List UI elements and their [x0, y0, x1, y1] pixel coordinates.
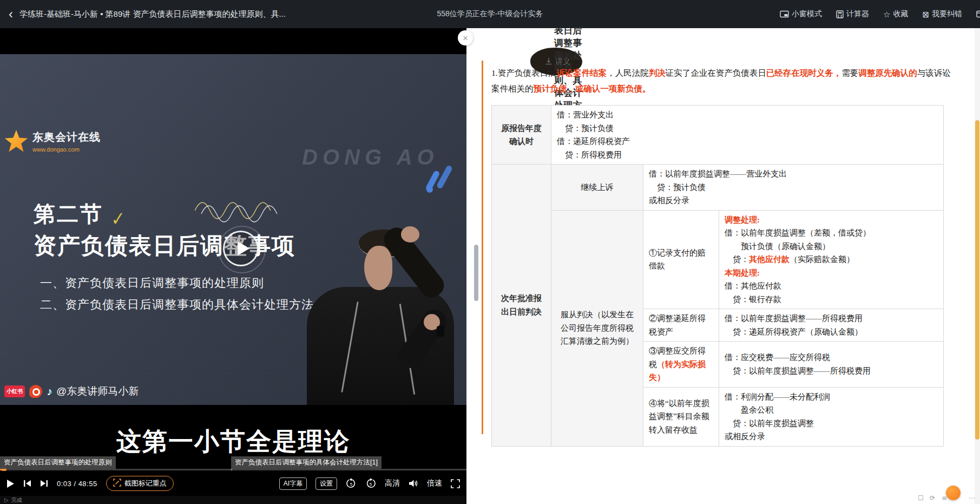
teacher-figure [295, 210, 466, 405]
checkmark-icon: ✓ [111, 207, 126, 230]
chapter-tag-1[interactable]: 资产负债表日后调整事项的处理原则 [0, 456, 116, 469]
handout-content: 1.资产负债表日后诉讼案件结案，人民法院判决证实了企业在资产负债表日已经存在现时… [466, 56, 980, 447]
table-row: 服从判决（以发生在公司报告年度所得税汇算清缴之前为例）①记录支付的赔偿款调整处理… [492, 210, 944, 309]
wave-decoration [195, 192, 292, 225]
fullscreen-icon[interactable] [451, 479, 460, 488]
brand-url: www.dongao.com [32, 146, 101, 153]
table-row: 次年批准报出日前判决继续上诉借：以前年度损益调整——营业外支出 贷：预计负债或相… [492, 165, 944, 211]
calculator-icon [836, 10, 844, 18]
chapter-marker [231, 469, 232, 470]
calculator-label: 计算器 [846, 9, 869, 19]
table-cell: ②调整递延所得税资产 [643, 309, 719, 342]
accent-line [482, 61, 483, 434]
svg-text:5: 5 [370, 482, 372, 487]
next-button[interactable] [40, 480, 48, 487]
footer-checkbox-icon[interactable]: ☐ [918, 494, 924, 502]
handout-panel: ✕ 第89讲 资产负债表日后调整事项的处理原则、具体会计处理方法（1） 讲义 1… [466, 28, 980, 504]
handout-paragraph: 1.资产负债表日后诉讼案件结案，人民法院判决证实了企业在资产负债表日已经存在现时… [491, 65, 951, 96]
slide-item-2: 二、资产负债表日后调整事项的具体会计处理方法 [40, 297, 314, 313]
table-cell: 继续上诉 [551, 165, 643, 211]
table-cell: ④将“以前年度损益调整”科目余额转入留存收益 [643, 387, 719, 446]
player-controls: 0:03 / 48:55 截图标记重点 AI字幕 设置 5 5 高清 倍速 [0, 471, 466, 496]
speed-button[interactable]: 倍速 [427, 479, 442, 488]
lesson-window-title: 学练班-基础班-马小新 • 第89讲 资产负债表日后调整事项的处理原则、具... [19, 9, 286, 19]
quality-button[interactable]: 高清 [385, 479, 400, 488]
rewind-5-icon[interactable]: 5 [346, 478, 357, 489]
svg-text:5: 5 [350, 482, 353, 487]
report-error-label: 我要纠错 [932, 9, 962, 19]
screenshot-mark-label: 截图标记重点 [124, 479, 167, 488]
volume-icon[interactable] [409, 479, 418, 488]
ai-subtitle-button[interactable]: AI字幕 [279, 477, 307, 490]
table-cell: 借：以前年度损益调整——所得税费用 贷：递延所得税资产（原确认金额） [719, 309, 944, 342]
screenshot-icon [113, 479, 121, 488]
table-cell: 次年批准报出日前判决 [492, 165, 551, 447]
table-row: 原报告年度确认时借：营业外支出 贷：预计负债借：递延所得税资产 贷：所得税费用 [492, 106, 944, 165]
table-cell: 借：应交税费——应交所得税 贷：以前年度损益调整——所得税费用 [719, 342, 944, 388]
table-cell: 借：营业外支出 贷：预计负债借：递延所得税资产 贷：所得税费用 [551, 106, 944, 165]
teacher-credit: @东奥讲师马小新 [56, 384, 139, 398]
back-button[interactable]: ‹ [8, 8, 14, 21]
pip-icon [780, 10, 789, 18]
table-cell: ③调整应交所得税（转为实际损失） [643, 342, 719, 388]
slide-item-1: 一、资产负债表日后调整事项的处理原则 [40, 275, 264, 291]
panel-resize-handle[interactable] [474, 245, 478, 301]
panel-scrollbar[interactable] [975, 28, 980, 504]
chapter-tag-2[interactable]: 资产负债表日后调整事项的具体会计处理方法[1] [231, 456, 382, 469]
brand-logo: 东奥会计在线 www.dongao.com [4, 130, 101, 154]
xiaohongshu-icon: 小红书 [4, 385, 25, 397]
app-window: ‹ 学练班-基础班-马小新 • 第89讲 资产负债表日后调整事项的处理原则、具.… [0, 0, 980, 504]
weibo-icon [29, 385, 42, 398]
strip-label: 完成 [11, 496, 22, 504]
video-player[interactable]: 东奥会计在线 www.dongao.com DONG AO 第二节 ✓ 资产负债… [0, 28, 466, 504]
calculator-button[interactable]: 计算器 [836, 9, 869, 19]
close-panel-button[interactable]: ✕ [458, 30, 473, 45]
play-button[interactable] [6, 479, 15, 488]
video-subtitle: 这第一小节全是理论 [0, 425, 466, 459]
table-cell: 借：利润分配——未分配利润 盈余公积 贷：以前年度损益调整或相反分录 [719, 387, 944, 446]
slide-section-title: 第二节 [34, 199, 103, 229]
star-icon: ☆ [883, 10, 890, 18]
big-play-button[interactable] [223, 231, 259, 266]
seek-bar[interactable] [0, 469, 466, 470]
error-report-icon: ⊠ [922, 10, 929, 18]
bottom-strip: ▷ 完成 [0, 496, 466, 504]
dongao-star-icon [4, 130, 28, 154]
forward-5-icon[interactable]: 5 [365, 478, 376, 489]
table-cell: 调整处理:借：以前年度损益调整（差额，借或贷） 预计负债（原确认金额） 贷：其他… [719, 210, 944, 309]
report-error-button[interactable]: ⊠ 我要纠错 [922, 9, 962, 19]
clipped-action-button[interactable] [976, 10, 980, 18]
favorite-label: 收藏 [893, 9, 908, 19]
table-cell: 服从判决（以发生在公司报告年度所得税汇算清缴之前为例） [551, 210, 643, 446]
journal-entries-table: 原报告年度确认时借：营业外支出 贷：预计负债借：递延所得税资产 贷：所得税费用次… [491, 105, 944, 447]
dongao-mark-icon [426, 160, 464, 198]
time-display: 0:03 / 48:55 [57, 480, 97, 488]
footer-more-icon[interactable]: ⋯ [969, 494, 975, 502]
scrollbar-thumb[interactable] [975, 120, 979, 440]
brand-name: 东奥会计在线 [32, 130, 101, 145]
footer-refresh-icon[interactable]: ⟳ [930, 494, 935, 502]
table-cell: 借：以前年度损益调整——营业外支出 贷：预计负债或相反分录 [643, 165, 944, 211]
table-cell: 原报告年度确认时 [492, 106, 551, 165]
douyin-icon: ♪ [47, 385, 52, 398]
clipped-icon [976, 10, 980, 18]
settings-button[interactable]: 设置 [315, 477, 337, 490]
pip-mode-button[interactable]: 小窗模式 [780, 9, 822, 19]
top-bar: ‹ 学练班-基础班-马小新 • 第89讲 资产负债表日后调整事项的处理原则、具.… [0, 0, 980, 28]
favorite-button[interactable]: ☆ 收藏 [883, 9, 908, 19]
pip-mode-label: 小窗模式 [792, 9, 822, 19]
table-cell: ①记录支付的赔偿款 [643, 210, 719, 309]
watermark-text: DONG AO [302, 145, 439, 169]
strip-arrow-icon: ▷ [4, 497, 9, 503]
screenshot-mark-button[interactable]: 截图标记重点 [106, 476, 174, 491]
floating-action-button[interactable] [946, 486, 961, 500]
social-row: 小红书 ♪ @东奥讲师马小新 [4, 384, 139, 398]
previous-button[interactable] [23, 480, 31, 487]
